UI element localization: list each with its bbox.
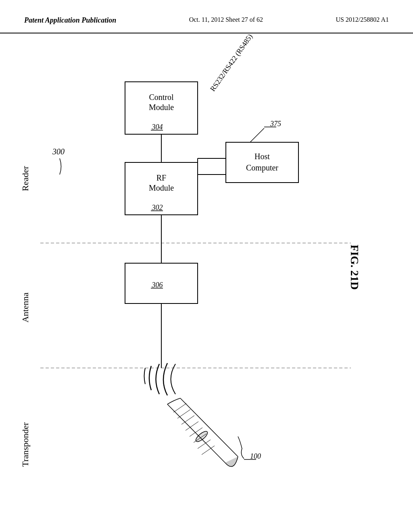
ref-300: 300 xyxy=(52,147,65,156)
rs-label-text: RS232/RS422 (RS485) xyxy=(209,33,254,93)
ref-100-arrow xyxy=(238,436,244,459)
antenna-label: Antenna xyxy=(20,293,30,323)
page-header: Patent Application Publication Oct. 11, … xyxy=(0,0,413,33)
sheet-info: Oct. 11, 2012 Sheet 27 of 62 xyxy=(189,16,263,23)
transponder-label: Transponder xyxy=(20,422,30,467)
wave2 xyxy=(149,366,151,390)
main-svg: FIG. 21D Transponder Antenna Reader 300 … xyxy=(0,33,413,509)
reader-label: Reader xyxy=(20,166,30,191)
wave5 xyxy=(171,364,176,394)
transponder-cap xyxy=(167,398,180,404)
ref-300-bracket xyxy=(60,158,61,175)
ref-100: 100 xyxy=(250,452,261,460)
rf-module-num: 302 xyxy=(152,204,163,212)
control-module-text2: Module xyxy=(149,103,174,112)
control-module-text1: Control xyxy=(149,93,174,102)
ref-375-arrow xyxy=(250,128,264,142)
rf-module-text1: RF xyxy=(156,173,166,182)
patent-number: US 2012/258802 A1 xyxy=(336,16,389,23)
transponder-tip xyxy=(225,457,238,467)
wave1 xyxy=(144,368,146,384)
host-computer-text2: Computer xyxy=(246,163,278,172)
rf-module-text2: Module xyxy=(149,183,174,192)
transponder-right-edge xyxy=(180,398,238,457)
control-module-num: 304 xyxy=(152,123,163,131)
coil3 xyxy=(181,416,194,424)
coil2 xyxy=(177,409,190,418)
ref-375: 375 xyxy=(270,120,281,128)
fig-label: FIG. 21D xyxy=(348,245,361,290)
diagram-area: FIG. 21D Transponder Antenna Reader 300 … xyxy=(0,33,413,509)
host-computer-text1: Host xyxy=(254,152,270,161)
transponder-left-edge xyxy=(167,404,225,463)
coil1 xyxy=(173,403,186,412)
host-computer-box xyxy=(226,142,298,183)
wave3 xyxy=(156,364,160,394)
publication-title: Patent Application Publication xyxy=(24,16,116,25)
antenna-box-num: 306 xyxy=(152,281,163,289)
